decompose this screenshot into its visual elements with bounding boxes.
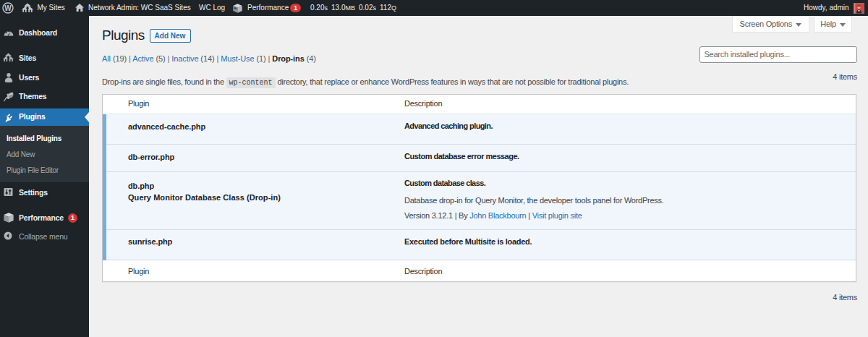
svg-text:W: W: [4, 4, 12, 12]
